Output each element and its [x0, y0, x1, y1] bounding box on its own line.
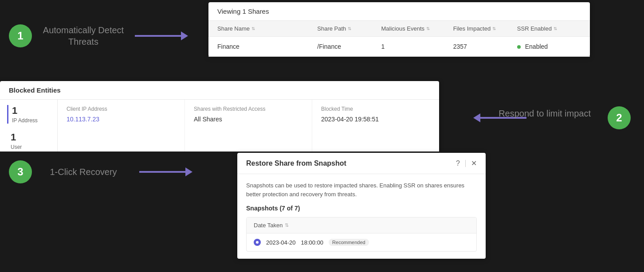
- cell-share-name: Finance: [217, 43, 317, 50]
- step3-label: 1-Click Recovery: [39, 166, 128, 178]
- blocked-entities-title: Blocked Entities: [0, 81, 439, 100]
- time-value: 2023-04-20 19:58:51: [321, 116, 430, 123]
- th-files-impacted: Files Impacted ⇅: [453, 25, 517, 32]
- snapshot-table: Date Taken ⇅ 2023-04-20 18:00:00 Recomme…: [246, 217, 477, 252]
- ip-count: 1: [12, 105, 50, 117]
- col-shares-restricted: Shares with Restricted Access All Shares: [185, 100, 312, 153]
- panel3-icons: ? ✕: [456, 159, 477, 167]
- shares-table-header: Share Name ⇅ Share Path ⇅ Malicious Even…: [208, 21, 590, 37]
- step2-label: Respond to limit impact: [499, 108, 591, 119]
- snapshot-row[interactable]: 2023-04-20 18:00:00 Recommended: [247, 233, 476, 251]
- snapshot-table-header: Date Taken ⇅: [247, 218, 476, 233]
- cell-ssr-enabled: Enabled: [517, 43, 581, 50]
- entities-content: Client IP Address 10.113.7.23 Shares wit…: [58, 100, 439, 153]
- col-time-header: Blocked Time: [321, 106, 430, 112]
- th-malicious-events: Malicious Events ⇅: [381, 25, 453, 32]
- step3-arrow: [139, 167, 192, 176]
- cell-malicious-events: 1: [381, 43, 453, 50]
- shares-table-row[interactable]: Finance /Finance 1 2357 Enabled: [208, 37, 590, 57]
- sidebar-item-user[interactable]: 1 User: [7, 127, 50, 155]
- blocked-entities-panel: Blocked Entities 1 IP Address 1 User Cli…: [0, 81, 439, 153]
- step1-badge: 1: [9, 24, 32, 47]
- snapshots-count-label: Snapshots (7 of 7): [246, 205, 477, 212]
- col-client-ip: Client IP Address 10.113.7.23: [58, 100, 185, 153]
- sort-icon-malicious: ⇅: [426, 26, 430, 31]
- step3-badge: 3: [9, 160, 32, 183]
- step2-badge: 2: [608, 106, 631, 129]
- sort-icon-ssr: ⇅: [554, 26, 557, 31]
- cell-share-path: /Finance: [317, 43, 381, 50]
- snapshot-date-value: 2023-04-20: [266, 239, 296, 246]
- shares-panel: Viewing 1 Shares Share Name ⇅ Share Path…: [208, 2, 590, 57]
- th-share-path: Share Path ⇅: [317, 25, 381, 32]
- snapshot-time-value: 18:00:00: [301, 239, 324, 246]
- user-count: 1: [11, 132, 47, 143]
- shares-panel-title: Viewing 1 Shares: [208, 2, 590, 21]
- blocked-entities-body: 1 IP Address 1 User Client IP Address 10…: [0, 100, 439, 153]
- snapshot-sort-icon: ⇅: [285, 222, 289, 228]
- ip-type: IP Address: [12, 117, 50, 124]
- help-icon[interactable]: ?: [456, 159, 460, 167]
- entities-sidebar: 1 IP Address 1 User: [0, 100, 58, 153]
- restore-description: Snapshots can be used to restore impacte…: [246, 181, 477, 198]
- step1-arrow: [135, 31, 188, 40]
- radio-inner: [256, 241, 259, 244]
- restore-panel-header: Restore Share from Snapshot ? ✕: [237, 153, 486, 174]
- sort-icon-share-path: ⇅: [348, 26, 351, 31]
- user-type: User: [11, 144, 47, 150]
- step1-label: Automatically Detect Threats: [39, 24, 128, 47]
- sidebar-item-ip[interactable]: 1 IP Address: [7, 105, 50, 124]
- step1-container: 1 Automatically Detect Threats: [9, 24, 188, 47]
- snapshot-th-date: Date Taken: [254, 222, 283, 229]
- recommended-badge: Recommended: [329, 239, 369, 246]
- icon-divider: [465, 160, 466, 167]
- close-icon[interactable]: ✕: [471, 159, 477, 167]
- step3-container: 3 1-Click Recovery: [9, 160, 192, 183]
- shares-value: All Shares: [194, 116, 303, 123]
- restore-panel-body: Snapshots can be used to restore impacte…: [237, 174, 486, 259]
- restore-panel-title: Restore Share from Snapshot: [246, 159, 346, 167]
- th-share-name: Share Name ⇅: [217, 25, 317, 32]
- enabled-dot-icon: [517, 45, 521, 49]
- cell-files-impacted: 2357: [453, 43, 517, 50]
- sort-icon-files: ⇅: [492, 26, 496, 31]
- col-client-ip-header: Client IP Address: [67, 106, 176, 112]
- col-blocked-time: Blocked Time 2023-04-20 19:58:51: [312, 100, 439, 153]
- restore-snapshot-panel: Restore Share from Snapshot ? ✕ Snapshot…: [237, 153, 486, 259]
- radio-button[interactable]: [254, 239, 261, 246]
- sort-icon-share-name: ⇅: [251, 26, 255, 31]
- ip-address-value[interactable]: 10.113.7.23: [67, 116, 176, 123]
- col-shares-header: Shares with Restricted Access: [194, 106, 303, 112]
- th-ssr-enabled: SSR Enabled ⇅: [517, 25, 581, 32]
